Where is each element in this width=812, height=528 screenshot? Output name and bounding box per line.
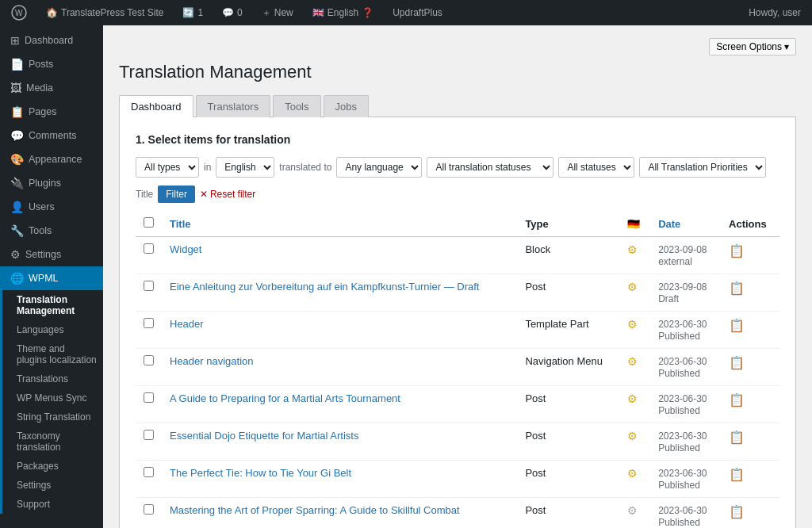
- table-row: A Guide to Preparing for a Martial Arts …: [136, 386, 779, 423]
- row-title-cell: Eine Anleitung zur Vorbereitung auf ein …: [162, 274, 517, 312]
- sidebar-item-dashboard[interactable]: ⊞ Dashboard: [0, 29, 103, 52]
- row-action-icon[interactable]: 📋: [729, 468, 745, 481]
- wpml-sub-support[interactable]: Support: [2, 495, 103, 514]
- sidebar-item-appearance[interactable]: 🎨 Appearance: [0, 147, 103, 171]
- row-action-icon[interactable]: 📋: [729, 319, 745, 332]
- language-switcher[interactable]: 🇬🇧 English ❓: [308, 0, 378, 25]
- row-checkbox-cell: [136, 423, 162, 461]
- wpml-sub-settings[interactable]: Settings: [2, 476, 103, 495]
- row-action-icon[interactable]: 📋: [729, 505, 745, 518]
- updraftplus-button[interactable]: UpdraftPlus: [388, 0, 447, 25]
- row-title-link[interactable]: Header navigation: [170, 355, 254, 367]
- row-checkbox[interactable]: [144, 504, 154, 515]
- table-row: Header navigation Navigation Menu ⚙ 2023…: [136, 349, 779, 386]
- wpml-sub-translation-management[interactable]: Translation Management: [2, 290, 103, 320]
- comments-icon: 💬: [10, 129, 24, 142]
- wpml-sub-translations[interactable]: Translations: [2, 369, 103, 388]
- row-title-link[interactable]: Eine Anleitung zur Vorbereitung auf ein …: [170, 281, 479, 293]
- row-title-link[interactable]: Widget: [170, 243, 201, 255]
- wpml-sub-languages[interactable]: Languages: [2, 320, 103, 339]
- type-filter[interactable]: All types: [136, 157, 199, 178]
- sidebar-item-posts[interactable]: 📄 Posts: [0, 52, 103, 76]
- translation-table: Title Type 🇩🇪 Date Actions: [136, 211, 779, 528]
- row-action-icon[interactable]: 📋: [729, 356, 745, 369]
- row-actions-cell: 📋: [721, 386, 779, 423]
- tab-tools[interactable]: Tools: [273, 95, 320, 117]
- content-box: 1. Select items for translation All type…: [119, 117, 796, 528]
- table-row: Widget Block ⚙ 2023-09-08 external 📋: [136, 237, 779, 274]
- date-sort-button[interactable]: Date: [658, 218, 680, 230]
- row-status-cell: ⚙: [619, 498, 650, 529]
- sidebar-item-label: Appearance: [29, 154, 82, 165]
- row-checkbox[interactable]: [144, 355, 154, 365]
- row-checkbox[interactable]: [144, 430, 154, 440]
- tab-translators[interactable]: Translators: [196, 95, 271, 117]
- sidebar-item-settings[interactable]: ⚙ Settings: [0, 243, 103, 266]
- row-checkbox[interactable]: [144, 392, 154, 403]
- row-title-link[interactable]: Mastering the Art of Proper Sparring: A …: [170, 504, 460, 516]
- row-status-cell: ⚙: [619, 461, 650, 498]
- language-filter[interactable]: English: [216, 157, 274, 178]
- row-status-cell: ⚙: [619, 274, 650, 312]
- row-checkbox[interactable]: [144, 281, 154, 291]
- header-title-col: Title: [162, 211, 517, 237]
- wpml-sub-taxonomy-translation[interactable]: Taxonomy translation: [2, 427, 103, 457]
- users-icon: 👤: [10, 201, 24, 213]
- collapse-menu-button[interactable]: ◀ Collapse menu: [0, 520, 103, 528]
- row-title-link[interactable]: Header: [170, 318, 204, 330]
- title-sort-button[interactable]: Title: [170, 218, 191, 230]
- wpml-sub-packages[interactable]: Packages: [2, 457, 103, 476]
- svg-text:W: W: [15, 9, 23, 17]
- sidebar-item-media[interactable]: 🖼 Media: [0, 76, 103, 100]
- user-menu[interactable]: Howdy, user: [744, 0, 806, 25]
- sidebar-item-tools[interactable]: 🔧 Tools: [0, 219, 103, 243]
- wpml-sub-string-translation[interactable]: String Translation: [2, 407, 103, 427]
- priority-filter[interactable]: All Translation Priorities: [639, 157, 766, 178]
- appearance-icon: 🎨: [10, 153, 24, 166]
- sidebar-item-pages[interactable]: 📋 Pages: [0, 100, 103, 124]
- row-checkbox[interactable]: [144, 318, 154, 328]
- wpml-sub-menus-sync[interactable]: WP Menus Sync: [2, 388, 103, 407]
- comments-button[interactable]: 💬 0: [217, 0, 247, 25]
- sidebar-item-plugins[interactable]: 🔌 Plugins: [0, 171, 103, 195]
- row-title-link[interactable]: Essential Dojo Etiquette for Martial Art…: [170, 430, 358, 442]
- flag-icon: 🇬🇧: [312, 7, 324, 18]
- status-yellow-icon: ⚙: [627, 281, 638, 293]
- screen-options-button[interactable]: Screen Options ▾: [709, 38, 796, 55]
- site-name-label: TranslatePress Test Site: [61, 7, 163, 18]
- sidebar-item-users[interactable]: 👤 Users: [0, 195, 103, 219]
- wpml-sub-theme-plugins[interactable]: Theme and plugins localization: [2, 339, 103, 369]
- row-type-cell: Post: [517, 274, 619, 312]
- row-action-icon[interactable]: 📋: [729, 430, 745, 444]
- site-name-button[interactable]: 🏠 TranslatePress Test Site: [41, 0, 168, 25]
- updates-button[interactable]: 🔄 1: [178, 0, 208, 25]
- filter-button[interactable]: Filter: [158, 186, 195, 203]
- row-title-cell: Mastering the Art of Proper Sparring: A …: [162, 498, 517, 529]
- row-checkbox-cell: [136, 312, 162, 349]
- tab-jobs[interactable]: Jobs: [324, 95, 369, 117]
- new-content-button[interactable]: ＋ New: [257, 0, 298, 25]
- row-action-icon[interactable]: 📋: [729, 244, 745, 258]
- row-status-cell: ⚙: [619, 312, 650, 349]
- row-date-label: Published: [658, 517, 700, 528]
- row-date: 2023-06-30: [658, 430, 707, 442]
- row-checkbox[interactable]: [144, 467, 154, 477]
- row-checkbox[interactable]: [144, 243, 154, 254]
- row-action-icon[interactable]: 📋: [729, 393, 745, 407]
- table-header-row: Title Type 🇩🇪 Date Actions: [136, 211, 779, 237]
- row-actions-cell: 📋: [721, 461, 779, 498]
- translation-status-filter[interactable]: All translation statuses: [427, 157, 553, 178]
- sidebar: ⊞ Dashboard 📄 Posts 🖼 Media 📋 Pages 💬 Co…: [0, 25, 103, 528]
- row-action-icon[interactable]: 📋: [729, 281, 745, 295]
- status-filter[interactable]: All statuses: [558, 157, 634, 178]
- row-actions-cell: 📋: [721, 237, 779, 274]
- any-language-filter[interactable]: Any language: [336, 157, 422, 178]
- row-title-link[interactable]: A Guide to Preparing for a Martial Arts …: [170, 392, 400, 404]
- select-all-checkbox[interactable]: [144, 217, 154, 228]
- row-title-link[interactable]: The Perfect Tie: How to Tie Your Gi Belt: [170, 467, 351, 479]
- tab-dashboard[interactable]: Dashboard: [119, 95, 193, 117]
- wp-logo-button[interactable]: W: [6, 0, 32, 25]
- sidebar-item-comments[interactable]: 💬 Comments: [0, 124, 103, 147]
- sidebar-item-wpml[interactable]: 🌐 WPML: [0, 266, 103, 290]
- reset-filter-link[interactable]: ✕ Reset filter: [200, 189, 255, 200]
